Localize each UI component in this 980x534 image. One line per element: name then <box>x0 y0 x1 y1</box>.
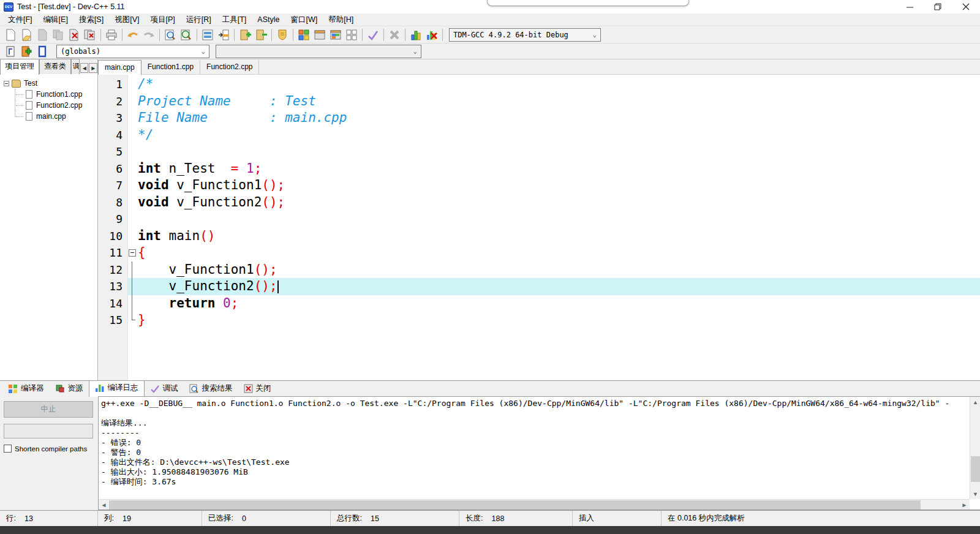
code-line-12[interactable]: 12 v_Function1(); <box>98 261 980 279</box>
editor-tab-function2-cpp[interactable]: Function2.cpp <box>200 60 259 74</box>
project-options-button[interactable] <box>274 28 290 42</box>
redo-button[interactable] <box>141 28 157 42</box>
menu-project[interactable]: 项目[P] <box>145 13 180 26</box>
code-editor[interactable]: 1/*2Project Name : Test3File Name : main… <box>98 75 980 380</box>
members-selector[interactable]: ⌄ <box>216 45 421 58</box>
tab-debug[interactable]: 调试 <box>145 382 184 396</box>
tab-scroll-left-button[interactable]: ◀ <box>80 63 89 73</box>
status-line: 行:13 <box>0 511 98 526</box>
menu-tools[interactable]: 工具[T] <box>217 13 252 26</box>
menu-window[interactable]: 窗口[W] <box>285 13 323 26</box>
fold-marker-icon[interactable] <box>128 244 138 261</box>
tree-file-row[interactable]: main.cpp <box>1 111 96 122</box>
tree-root-row[interactable]: Test <box>1 78 96 89</box>
code-text: /* <box>138 76 980 93</box>
fold-gutter <box>128 143 138 160</box>
code-line-10[interactable]: 10int main() <box>98 228 980 245</box>
code-line-7[interactable]: 7void v_Function1(); <box>98 177 980 194</box>
delete-profiling-button[interactable] <box>424 28 440 42</box>
tree-file-row[interactable]: Function2.cpp <box>1 100 96 111</box>
tab-close-panel[interactable]: 关闭 <box>238 382 277 396</box>
insert-button[interactable] <box>2 44 18 59</box>
globals-selector[interactable]: (globals) ⌄ <box>56 45 209 58</box>
run-button[interactable] <box>312 28 328 42</box>
code-line-1[interactable]: 1/* <box>98 76 980 93</box>
scroll-right-icon[interactable]: ► <box>959 500 970 510</box>
shorten-paths-checkbox[interactable] <box>4 445 12 453</box>
save-all-button[interactable] <box>50 28 66 42</box>
profile-button[interactable] <box>408 28 424 42</box>
open-file-button[interactable] <box>18 28 34 42</box>
compile-button[interactable] <box>296 28 312 42</box>
tab-search-results[interactable]: 搜索结果 <box>184 382 238 396</box>
code-line-8[interactable]: 8void v_Function2(); <box>98 194 980 211</box>
rebuild-all-button[interactable] <box>344 28 360 42</box>
undo-button[interactable] <box>125 28 141 42</box>
menu-astyle[interactable]: AStyle <box>252 14 285 25</box>
menu-edit[interactable]: 编辑[E] <box>38 13 74 26</box>
goto-bookmark-button[interactable] <box>34 44 50 59</box>
code-line-5[interactable]: 5 <box>98 143 980 160</box>
code-line-15[interactable]: 15} <box>98 312 980 329</box>
toggle-bookmark-button[interactable] <box>18 44 34 59</box>
new-file-button[interactable] <box>2 28 18 42</box>
code-text: { <box>138 244 980 261</box>
print-button[interactable] <box>104 28 119 42</box>
code-line-13[interactable]: 13 v_Function2(); <box>98 278 980 295</box>
scroll-thumb[interactable] <box>109 500 921 510</box>
code-line-9[interactable]: 9 <box>98 211 980 228</box>
tab-scroll-right-button[interactable]: ▶ <box>89 63 97 73</box>
code-line-4[interactable]: 4*/ <box>98 127 980 144</box>
compile-and-run-button[interactable] <box>328 28 344 42</box>
minimize-button[interactable] <box>895 0 924 13</box>
log-line <box>101 408 969 418</box>
tab-debug-watch[interactable]: 调试 <box>71 59 80 74</box>
scroll-left-icon[interactable]: ◄ <box>99 500 109 510</box>
fold-gutter <box>128 160 138 178</box>
close-button[interactable] <box>952 0 980 13</box>
tab-resources[interactable]: 资源 <box>50 382 89 396</box>
menu-view[interactable]: 视图[V] <box>109 13 145 26</box>
editor-tab-function1-cpp[interactable]: Function1.cpp <box>141 60 200 74</box>
compile-log-output[interactable]: g++.exe -D__DEBUG__ main.o Function1.o F… <box>98 396 980 510</box>
code-line-11[interactable]: 11{ <box>98 244 980 261</box>
log-vertical-scrollbar[interactable]: ▲ ▼ <box>970 397 980 499</box>
remove-from-project-button[interactable] <box>253 28 269 42</box>
menu-run[interactable]: 运行[R] <box>181 13 217 26</box>
tab-project-manager[interactable]: 项目管理 <box>0 59 39 75</box>
collapse-expander-icon[interactable] <box>4 81 9 86</box>
code-line-14[interactable]: 14 return 0; <box>98 295 980 312</box>
editor-tab-main-cpp[interactable]: main.cpp <box>98 60 141 75</box>
close-file-button[interactable] <box>66 28 82 42</box>
toolbar-separator <box>271 29 272 41</box>
editor-pane: main.cpp Function1.cpp Function2.cpp 1/*… <box>98 59 980 380</box>
compiler-selector[interactable]: TDM-GCC 4.9.2 64-bit Debug ⌄ <box>449 28 601 42</box>
tab-compiler[interactable]: 编译器 <box>2 382 50 396</box>
goto-line-button[interactable] <box>216 28 232 42</box>
desktop-edge <box>0 526 980 534</box>
abort-button-toolbar[interactable] <box>386 28 402 42</box>
find-button[interactable] <box>162 28 178 42</box>
find-in-files-button[interactable] <box>178 28 194 42</box>
tab-class-browser[interactable]: 查看类 <box>39 59 71 74</box>
tree-file-row[interactable]: Function1.cpp <box>1 89 96 100</box>
restore-button[interactable] <box>924 0 952 13</box>
menu-search[interactable]: 搜索[S] <box>74 13 109 26</box>
menu-file[interactable]: 文件[F] <box>2 13 38 26</box>
code-line-3[interactable]: 3File Name : main.cpp <box>98 110 980 127</box>
close-all-button[interactable] <box>82 28 98 42</box>
save-button[interactable] <box>34 28 50 42</box>
main-toolbar: TDM-GCC 4.9.2 64-bit Debug ⌄ <box>0 26 980 43</box>
add-to-project-button[interactable] <box>237 28 253 42</box>
menu-help[interactable]: 帮助[H] <box>323 13 359 26</box>
replace-button[interactable] <box>200 28 216 42</box>
abort-compile-button[interactable]: 中止 <box>4 401 93 418</box>
scroll-up-icon[interactable]: ▲ <box>970 397 980 407</box>
debug-button[interactable] <box>365 28 381 42</box>
scroll-down-icon[interactable]: ▼ <box>970 489 980 499</box>
scroll-thumb[interactable] <box>971 456 980 482</box>
code-line-6[interactable]: 6int n_Test = 1; <box>98 160 980 178</box>
tab-compile-log[interactable]: 编译日志 <box>89 380 145 397</box>
log-horizontal-scrollbar[interactable]: ◄ ► <box>99 499 970 510</box>
code-line-2[interactable]: 2Project Name : Test <box>98 93 980 110</box>
